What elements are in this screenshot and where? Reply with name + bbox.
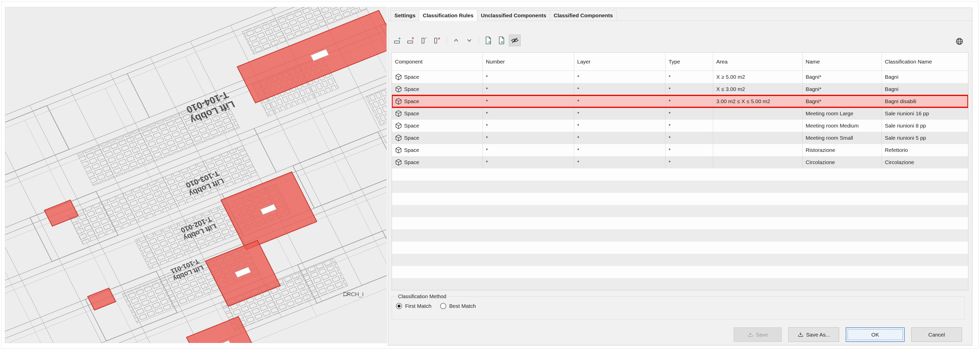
cell-component: Space [404, 83, 419, 95]
flag-icon [343, 291, 350, 297]
help-button[interactable] [954, 36, 965, 47]
column-header[interactable]: Number [483, 53, 574, 70]
remove-rule-button[interactable] [405, 35, 417, 46]
eye-slash-icon [511, 36, 519, 45]
tab-classification-rules[interactable]: Classification Rules [419, 10, 477, 21]
cell-type: * [665, 156, 713, 168]
cell-component: Space [404, 156, 419, 168]
first-match-label: First Match [405, 303, 431, 309]
classification-dialog: Settings Classification Rules Unclassifi… [388, 8, 972, 345]
remove-column-button[interactable] [431, 35, 443, 46]
ok-button[interactable]: OK [846, 328, 905, 342]
cell-number: * [483, 120, 574, 132]
radio-icon [440, 303, 446, 309]
table-row[interactable]: Space * * * Meeting room Small Sale riun… [392, 132, 968, 144]
cell-component: Space [404, 107, 419, 120]
cell-component: Space [404, 144, 419, 156]
cell-type: * [665, 83, 713, 95]
cell-area [713, 107, 803, 120]
cell-area: 3.00 m2 ≤ X ≤ 5.00 m2 [713, 95, 803, 107]
table-row[interactable]: Space * * * X ≥ 5.00 m2 Bagni* Bagni [392, 71, 968, 83]
empty-row [392, 217, 968, 229]
add-rule-button[interactable] [391, 35, 403, 46]
cell-name: Bagni* [803, 71, 882, 83]
cell-layer: * [574, 156, 665, 168]
tab-settings[interactable]: Settings [391, 10, 419, 21]
cell-area: X ≥ 5.00 m2 [713, 71, 803, 83]
cell-layer: * [574, 71, 665, 83]
column-header[interactable]: Area [713, 53, 803, 70]
classification-method-group: Classification Method First Match Best M… [391, 294, 964, 320]
cell-name: Meeting room Large [803, 107, 882, 120]
cell-number: * [483, 132, 574, 144]
table-row-selected[interactable]: Space * * * 3.00 m2 ≤ X ≤ 5.00 m2 Bagni*… [392, 95, 968, 107]
cell-classification: Refettorio [882, 144, 968, 156]
rules-toolbar [391, 34, 520, 46]
space-cube-icon [395, 122, 402, 129]
column-header[interactable]: Type [665, 53, 713, 70]
cell-component: Space [404, 132, 419, 144]
save-as-button[interactable]: Save As... [788, 328, 839, 342]
space-cube-icon [395, 86, 402, 93]
save-button[interactable]: Save [733, 328, 782, 342]
column-header[interactable]: Name [803, 53, 882, 70]
cell-name: Bagni* [803, 83, 882, 95]
empty-row [392, 193, 968, 205]
space-cube-icon [395, 98, 402, 105]
import-rules-button[interactable] [482, 35, 494, 46]
cell-area: X ≤ 3.00 m2 [713, 83, 803, 95]
space-cube-icon [395, 159, 402, 166]
move-down-button[interactable] [463, 35, 475, 46]
first-match-radio[interactable]: First Match [396, 303, 431, 309]
remove-column-icon [433, 36, 441, 45]
tab-classified-components[interactable]: Classified Components [550, 10, 617, 21]
model-viewport[interactable]: Lift Lobby T-104-010 Lift Lobby T-103-01… [5, 7, 387, 343]
empty-row [392, 266, 968, 278]
space-cube-icon [395, 74, 402, 80]
column-header[interactable]: Component [392, 53, 483, 70]
cell-component: Space [404, 120, 419, 132]
cell-layer: * [574, 107, 665, 120]
move-up-button[interactable] [450, 35, 462, 46]
empty-row [392, 229, 968, 241]
highlight-toggle-button[interactable] [509, 35, 520, 46]
tab-unclassified-components[interactable]: Unclassified Components [477, 10, 550, 21]
cell-number: * [483, 144, 574, 156]
empty-row [392, 205, 968, 217]
best-match-radio[interactable]: Best Match [440, 303, 476, 309]
cell-layer: * [574, 95, 665, 107]
remove-rule-icon [407, 36, 415, 45]
column-header[interactable]: Layer [574, 53, 665, 70]
export-rules-button[interactable] [496, 35, 508, 46]
space-cube-icon [395, 110, 402, 117]
empty-row [392, 181, 968, 193]
cell-name: Bagni* [803, 95, 882, 107]
rules-table: Component Number Layer Type Area Name Cl… [391, 52, 968, 290]
cancel-button[interactable]: Cancel [911, 328, 962, 342]
cell-layer: * [574, 144, 665, 156]
add-column-icon [420, 36, 428, 45]
best-match-label: Best Match [449, 303, 476, 309]
table-row[interactable]: Space * * * X ≤ 3.00 m2 Bagni* Bagni [392, 83, 968, 95]
document-export-icon [484, 36, 493, 45]
cell-name: Ristorazione [803, 144, 882, 156]
cell-area [713, 132, 803, 144]
table-row[interactable]: Space * * * Circolazione Circolazione [392, 156, 968, 168]
table-row[interactable]: Space * * * Meeting room Medium Sale riu… [392, 120, 968, 132]
table-row[interactable]: Space * * * Meeting room Large Sale riun… [392, 107, 968, 120]
add-column-button[interactable] [418, 35, 430, 46]
cell-layer: * [574, 132, 665, 144]
dialog-tabbar: Settings Classification Rules Unclassifi… [388, 8, 972, 21]
cell-type: * [665, 95, 713, 107]
cell-name: Meeting room Small [803, 132, 882, 144]
table-row[interactable]: Space * * * Ristorazione Refettorio [392, 144, 968, 156]
classification-method-label: Classification Method [396, 294, 448, 299]
column-header[interactable]: Classification Name [882, 53, 968, 70]
cell-classification: Bagni disabili [882, 95, 968, 107]
cell-number: * [483, 107, 574, 120]
space-cube-icon [395, 134, 402, 141]
cell-component: Space [404, 71, 419, 83]
cell-layer: * [574, 120, 665, 132]
chevron-up-icon [452, 36, 460, 45]
cell-area [713, 120, 803, 132]
